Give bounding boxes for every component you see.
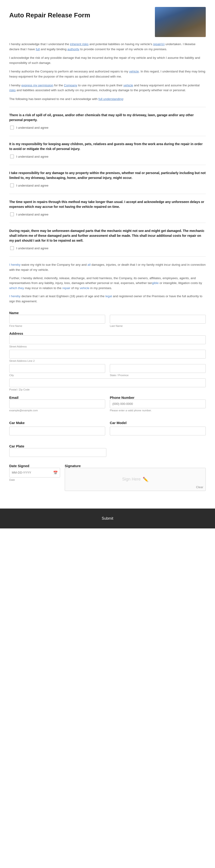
car-plate-title: Car Plate <box>9 444 24 448</box>
car-plate-block: Car Plate <box>9 444 206 457</box>
submit-section: Submit <box>0 508 215 528</box>
email-phone-row: Email example@example.com Phone Number P… <box>9 396 206 416</box>
address-block: Address Street Address Street Address Li… <box>9 332 206 391</box>
car-make-title: Car Make <box>9 421 105 425</box>
checkbox-label-1: I understand and agree <box>16 126 48 129</box>
signature-col: Signature Sign Here ✏️ Clear <box>65 464 206 491</box>
car-model-input[interactable] <box>110 427 206 435</box>
divider-6 <box>9 256 206 257</box>
date-sig-row: Date Signed 📅 Date Signature Sign Here ✏… <box>9 464 206 491</box>
car-plate-input[interactable] <box>9 448 106 457</box>
state-hint: State / Province <box>110 374 206 377</box>
first-name-col: First Name <box>9 315 105 327</box>
sign-arrow-icon: ✏️ <box>143 476 148 482</box>
sign-here-text: Sign Here ✏️ <box>122 476 148 482</box>
page-header: Auto Repair Release Form <box>0 0 215 42</box>
divider-5 <box>9 223 206 223</box>
calendar-icon: 📅 <box>53 470 58 475</box>
state-input[interactable] <box>110 364 206 373</box>
risk-section-2: It is my responsibility for keeping away… <box>9 142 206 158</box>
name-row: First Name Last Name <box>9 315 206 327</box>
submit-button[interactable]: Submit <box>83 513 132 524</box>
risk-title-5: During repair, there may be unforeseen d… <box>9 228 206 243</box>
divider-4 <box>9 194 206 194</box>
first-name-input[interactable] <box>9 315 105 323</box>
street-address-2-input[interactable] <box>9 350 206 359</box>
waiver-p2: Further, I hereby defend, indemnify, rel… <box>9 276 206 291</box>
car-make-col: Car Make <box>9 421 105 435</box>
risk-section-3: I take responsibility for any damage to … <box>9 170 206 187</box>
phone-section-title: Phone Number <box>110 396 135 400</box>
last-name-col: Last Name <box>110 315 206 327</box>
date-input-wrapper: 📅 <box>9 468 60 477</box>
checkbox-2[interactable] <box>10 155 14 158</box>
car-model-title: Car Model <box>110 421 206 425</box>
intro-p1: I hereby acknowledge that I understand t… <box>9 42 206 52</box>
email-input[interactable] <box>9 400 105 408</box>
risk-title-3: I take responsibility for any damage to … <box>9 170 206 180</box>
date-input[interactable] <box>9 468 60 477</box>
risk-section-5: During repair, there may be unforeseen d… <box>9 228 206 250</box>
checkbox-3[interactable] <box>10 184 14 187</box>
header-image <box>155 7 206 37</box>
checkbox-5[interactable] <box>10 246 14 250</box>
car-model-col: Car Model <box>110 421 206 435</box>
divider-2 <box>9 136 206 136</box>
checkbox-4[interactable] <box>10 213 14 216</box>
email-section-title: Email <box>9 396 19 400</box>
date-hint: Date <box>9 478 60 481</box>
main-content: I hereby acknowledge that I understand t… <box>0 42 215 500</box>
street-address-hint: Street Address <box>9 345 206 348</box>
email-col: Email example@example.com <box>9 396 105 412</box>
last-name-input[interactable] <box>110 315 206 323</box>
page-title: Auto Repair Release Form <box>9 7 90 19</box>
intro-p3: I hereby authorize the Company to perfor… <box>9 69 206 79</box>
waiver-p1: I hereby waive my right to sue the Compa… <box>9 262 206 272</box>
divider-3 <box>9 165 206 165</box>
checkbox-1[interactable] <box>10 126 14 129</box>
divider-1 <box>9 107 206 107</box>
intro-p5: The following has been explained to me a… <box>9 96 206 102</box>
phone-input[interactable] <box>110 400 206 408</box>
signature-box[interactable]: Sign Here ✏️ Clear <box>65 468 206 491</box>
checkbox-row-1[interactable]: I understand and agree <box>10 126 206 129</box>
name-block: Name First Name Last Name <box>9 311 206 327</box>
phone-hint: Please enter a valid phone number. <box>110 409 152 412</box>
first-name-hint: First Name <box>9 324 105 327</box>
checkbox-label-3: I understand and agree <box>16 184 48 187</box>
clear-button[interactable]: Clear <box>196 485 203 489</box>
date-signed-title: Date Signed <box>9 464 29 468</box>
date-col: Date Signed 📅 Date <box>9 464 60 481</box>
checkbox-row-3[interactable]: I understand and agree <box>10 184 206 187</box>
car-make-input[interactable] <box>9 427 105 435</box>
street-address-input[interactable] <box>9 335 206 344</box>
phone-col: Phone Number Please enter a valid phone … <box>110 396 206 412</box>
city-input[interactable] <box>9 364 105 373</box>
risk-section-4: The time spent in repairs through this m… <box>9 199 206 216</box>
address-section-title: Address <box>9 332 23 335</box>
waiver-p3: I hereby declare that I am at least Eigh… <box>9 294 206 304</box>
email-hint: example@example.com <box>9 409 38 412</box>
checkbox-label-4: I understand and agree <box>16 213 48 216</box>
checkbox-row-2[interactable]: I understand and agree <box>10 155 206 158</box>
street-address-2-hint: Street Address Line 2 <box>9 360 206 362</box>
risk-title-1: There is a risk of spill of oil, grease,… <box>9 113 206 122</box>
name-section-title: Name <box>9 311 19 315</box>
risk-section-1: There is a risk of spill of oil, grease,… <box>9 113 206 129</box>
form-section: Name First Name Last Name Address Street… <box>9 311 206 491</box>
risk-title-4: The time spent in repairs through this m… <box>9 199 206 209</box>
last-name-hint: Last Name <box>110 324 206 327</box>
checkbox-row-4[interactable]: I understand and agree <box>10 213 206 216</box>
risk-title-2: It is my responsibility for keeping away… <box>9 142 206 151</box>
intro-p4: I hereby express my permission for the C… <box>9 83 206 93</box>
signature-title: Signature <box>65 464 81 468</box>
checkbox-label-5: I understand and agree <box>16 247 48 250</box>
city-hint: City <box>9 374 105 377</box>
checkbox-label-2: I understand and agree <box>16 155 48 158</box>
state-col: State / Province <box>110 364 206 377</box>
intro-p2: I acknowledge the risk of any possible d… <box>9 55 206 65</box>
car-make-model-row: Car Make Car Model <box>9 421 206 439</box>
postal-hint: Postal / Zip Code <box>9 388 206 391</box>
postal-input[interactable] <box>9 378 206 387</box>
checkbox-row-5[interactable]: I understand and agree <box>10 246 206 250</box>
